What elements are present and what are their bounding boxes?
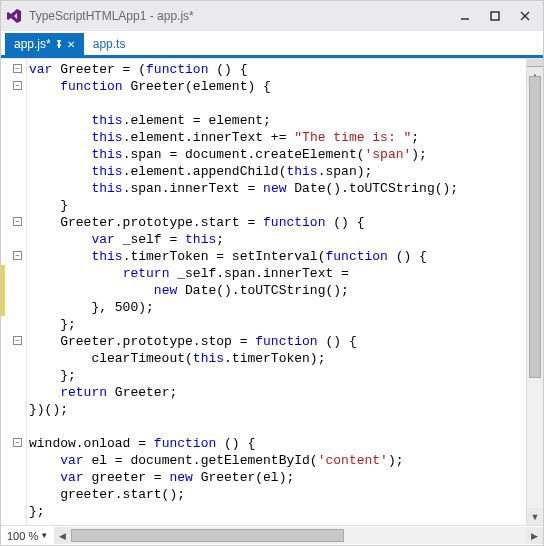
close-icon[interactable]: ✕ xyxy=(67,39,75,50)
scroll-thumb[interactable] xyxy=(529,76,541,378)
fold-toggle[interactable]: − xyxy=(13,438,22,447)
titlebar: TypeScriptHTMLApp1 - app.js* xyxy=(1,1,543,31)
vertical-scrollbar[interactable]: ▲ ▼ xyxy=(526,59,543,525)
code-line[interactable]: }; xyxy=(29,367,526,384)
fold-toggle[interactable]: − xyxy=(13,81,22,90)
fold-toggle[interactable]: − xyxy=(13,251,22,260)
app-window: TypeScriptHTMLApp1 - app.js* app.js* ✕ a… xyxy=(0,0,544,546)
minimize-button[interactable] xyxy=(451,5,479,27)
vs-logo-icon xyxy=(5,7,23,25)
code-line[interactable]: this.span.innerText = new Date().toUTCSt… xyxy=(29,180,526,197)
tab-app-js[interactable]: app.js* ✕ xyxy=(5,33,84,55)
code-line[interactable]: this.timerToken = setInterval(function (… xyxy=(29,248,526,265)
scroll-down-arrow[interactable]: ▼ xyxy=(527,508,543,525)
tab-label: app.js* xyxy=(14,37,51,51)
close-button[interactable] xyxy=(511,5,539,27)
statusbar: 100 % ▼ ◀ ▶ xyxy=(1,525,543,545)
zoom-level: 100 % xyxy=(7,530,38,542)
code-line[interactable]: Greeter.prototype.start = function () { xyxy=(29,214,526,231)
chevron-down-icon: ▼ xyxy=(40,531,48,540)
change-marker xyxy=(1,265,5,316)
code-line[interactable]: this.element.innerText += "The time is: … xyxy=(29,129,526,146)
code-line[interactable]: }; xyxy=(29,316,526,333)
code-line[interactable]: Greeter.prototype.stop = function () { xyxy=(29,333,526,350)
code-line[interactable]: var el = document.getElementById('conten… xyxy=(29,452,526,469)
scroll-left-arrow[interactable]: ◀ xyxy=(54,527,71,544)
code-line[interactable]: this.element = element; xyxy=(29,112,526,129)
code-line[interactable] xyxy=(29,418,526,435)
code-editor[interactable]: var Greeter = (function () { function Gr… xyxy=(27,59,526,525)
hscroll-track[interactable] xyxy=(71,527,526,544)
code-line[interactable]: return _self.span.innerText = xyxy=(29,265,526,282)
editor-area: −−−−−− var Greeter = (function () { func… xyxy=(1,58,543,525)
svg-rect-1 xyxy=(491,12,499,20)
code-line[interactable]: window.onload = function () { xyxy=(29,435,526,452)
code-line[interactable]: } xyxy=(29,197,526,214)
code-line[interactable]: })(); xyxy=(29,401,526,418)
hscroll-thumb[interactable] xyxy=(71,529,344,542)
tab-label: app.ts xyxy=(93,37,126,51)
code-line[interactable]: var _self = this; xyxy=(29,231,526,248)
code-line[interactable]: }, 500); xyxy=(29,299,526,316)
window-controls xyxy=(451,5,539,27)
maximize-button[interactable] xyxy=(481,5,509,27)
code-line[interactable]: greeter.start(); xyxy=(29,486,526,503)
split-handle[interactable] xyxy=(527,59,543,67)
code-line[interactable]: clearTimeout(this.timerToken); xyxy=(29,350,526,367)
scroll-track[interactable] xyxy=(527,76,543,508)
tabbar: app.js* ✕ app.ts xyxy=(1,31,543,55)
code-line[interactable]: }; xyxy=(29,503,526,520)
zoom-control[interactable]: 100 % ▼ xyxy=(1,530,54,542)
window-title: TypeScriptHTMLApp1 - app.js* xyxy=(29,9,451,23)
code-line[interactable]: new Date().toUTCString(); xyxy=(29,282,526,299)
pin-icon[interactable] xyxy=(55,39,63,50)
fold-toggle[interactable]: − xyxy=(13,64,22,73)
code-line[interactable]: return Greeter; xyxy=(29,384,526,401)
code-line[interactable]: this.span = document.createElement('span… xyxy=(29,146,526,163)
horizontal-scrollbar[interactable]: ◀ ▶ xyxy=(54,527,543,544)
fold-gutter: −−−−−− xyxy=(1,59,27,525)
scroll-right-arrow[interactable]: ▶ xyxy=(526,527,543,544)
fold-toggle[interactable]: − xyxy=(13,217,22,226)
code-line[interactable]: this.element.appendChild(this.span); xyxy=(29,163,526,180)
code-line[interactable]: var greeter = new Greeter(el); xyxy=(29,469,526,486)
code-line[interactable]: function Greeter(element) { xyxy=(29,78,526,95)
code-line[interactable]: var Greeter = (function () { xyxy=(29,61,526,78)
code-line[interactable] xyxy=(29,95,526,112)
fold-toggle[interactable]: − xyxy=(13,336,22,345)
tab-app-ts[interactable]: app.ts xyxy=(84,33,135,55)
